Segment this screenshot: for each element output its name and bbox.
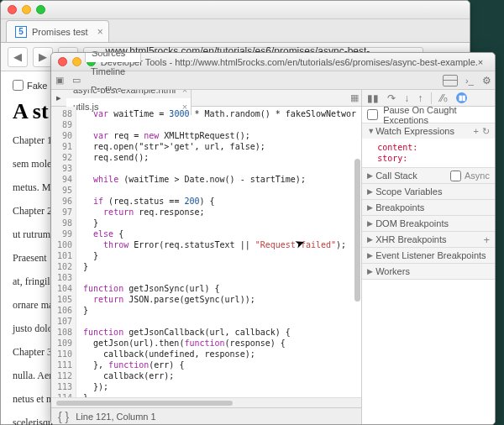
breakpoints-section: ▶Breakpoints: [362, 200, 495, 216]
chevron-right-icon: ▶: [367, 251, 375, 260]
zoom-window-icon[interactable]: [36, 5, 45, 14]
section-label: Scope Variables: [375, 186, 442, 197]
horizontal-scrollbar[interactable]: [51, 397, 361, 407]
pause-caught-row[interactable]: Pause On Caught Exceptions: [362, 107, 495, 123]
section-label: Workers: [375, 266, 410, 276]
devtools-window: Developer Tools - http://www.html5rocks.…: [50, 52, 496, 425]
event-bp-section: ▶Event Listener Breakpoints: [362, 248, 495, 264]
scope-header[interactable]: ▶Scope Variables: [362, 184, 495, 199]
chevron-right-icon: ▶: [367, 267, 375, 275]
file-tabstrip: ▸ async-best-example.html×utils.js× ▦: [51, 90, 361, 107]
cursor-position: Line 121, Column 1: [76, 412, 155, 422]
debugger-sidebar: ▮▮ ↷ ↓ ↑ ⁄⁄₀ ▮▮ Pause On Caught Exceptio…: [362, 90, 495, 424]
back-button[interactable]: ◀: [8, 47, 28, 67]
close-icon[interactable]: ×: [182, 90, 187, 95]
workers-section: ▶Workers: [362, 264, 495, 280]
section-label: Event Listener Breakpoints: [375, 250, 486, 260]
section-label: XHR Breakpoints: [375, 234, 446, 244]
add-icon[interactable]: +: [474, 126, 479, 137]
watch-expression[interactable]: content:: [377, 142, 490, 153]
settings-icon[interactable]: ⚙: [478, 75, 495, 87]
chevron-right-icon: ▶: [367, 235, 375, 244]
chevron-right-icon: ▶: [367, 187, 375, 196]
watch-actions: +↻: [474, 126, 490, 137]
forward-icon: ▶: [39, 50, 47, 63]
pause-caught-checkbox[interactable]: [367, 109, 378, 120]
deactivate-bp-icon[interactable]: ⁄⁄₀: [440, 92, 448, 104]
browser-tab[interactable]: 5 Promises test ×: [6, 20, 109, 42]
section-label: Breakpoints: [375, 202, 424, 212]
chevron-right-icon: ▶: [367, 203, 375, 212]
sidebar-toggle-icon[interactable]: ▦: [348, 92, 361, 103]
breakpoints-header[interactable]: ▶Breakpoints: [362, 200, 495, 215]
browser-titlebar: [1, 1, 470, 19]
step-into-icon[interactable]: ↓: [404, 92, 409, 104]
async-toggle[interactable]: Async: [450, 171, 490, 181]
browser-tabstrip: 5 Promises test ×: [1, 19, 470, 43]
event-bp-header[interactable]: ▶Event Listener Breakpoints: [362, 248, 495, 263]
line-gutter: 88 89 90 91 92 93 94 95 96 97 98 99 100 …: [51, 107, 76, 397]
panel-tab-sources[interactable]: Sources: [85, 52, 141, 62]
code-text: var waitTime = 3000 * Math.random() * fa…: [76, 107, 361, 397]
chevron-down-icon: ▼: [367, 127, 375, 135]
device-icon[interactable]: ▭: [68, 75, 85, 86]
section-label: DOM Breakpoints: [375, 218, 449, 228]
async-checkbox[interactable]: [450, 171, 461, 181]
dom-bp-header[interactable]: ▶DOM Breakpoints: [362, 216, 495, 231]
code-editor[interactable]: 88 89 90 91 92 93 94 95 96 97 98 99 100 …: [51, 107, 361, 397]
close-window-icon[interactable]: [58, 57, 67, 66]
workers-header[interactable]: ▶Workers: [362, 264, 495, 279]
scope-section: ▶Scope Variables: [362, 184, 495, 200]
vertical-scrollbar[interactable]: [354, 108, 360, 397]
add-icon[interactable]: +: [483, 233, 490, 246]
fake-checkbox-input[interactable]: [13, 80, 24, 91]
minimize-window-icon[interactable]: [72, 57, 81, 66]
drawer-icon[interactable]: [443, 75, 458, 87]
async-label: Async: [465, 171, 490, 181]
section-label: Watch Expressions: [375, 126, 454, 136]
status-bar: { } Line 121, Column 1: [51, 407, 361, 424]
chevron-right-icon: ▶: [367, 171, 375, 180]
tab-title: Promises test: [32, 27, 88, 37]
devtools-panel-tabs: ▣ ▭ ElementsNetworkSourcesTimelineProfil…: [51, 71, 495, 90]
dom-bp-section: ▶DOM Breakpoints: [362, 216, 495, 232]
pause-exceptions-icon[interactable]: ▮▮: [456, 92, 467, 103]
window-controls: [8, 5, 45, 14]
xhr-bp-section: ▶XHR Breakpoints+: [362, 232, 495, 248]
pause-caught-label: Pause On Caught Exceptions: [383, 105, 490, 125]
step-out-icon[interactable]: ↑: [417, 92, 423, 104]
watch-expression[interactable]: story:: [377, 153, 490, 164]
section-label: Call Stack: [375, 171, 417, 181]
close-window-icon[interactable]: [8, 5, 17, 14]
console-toggle-icon[interactable]: ›_: [461, 76, 478, 86]
pause-icon[interactable]: ▮▮: [367, 92, 379, 104]
chevron-right-icon: ▶: [367, 219, 375, 228]
refresh-icon[interactable]: ↻: [482, 126, 490, 137]
sources-panel: ▸ async-best-example.html×utils.js× ▦ 88…: [51, 90, 362, 424]
braces-icon[interactable]: { }: [58, 410, 69, 423]
inspect-icon[interactable]: ▣: [51, 75, 68, 86]
devtools-title: Developer Tools - http://www.html5rocks.…: [96, 57, 488, 67]
close-tab-icon[interactable]: ×: [97, 26, 103, 38]
watch-section: ▼ Watch Expressions +↻ content: story:: [362, 123, 495, 168]
back-icon: ◀: [13, 50, 22, 63]
navigator-toggle-icon[interactable]: ▸: [51, 92, 66, 103]
file-tab[interactable]: async-best-example.html×: [66, 90, 192, 98]
watch-body: content: story:: [362, 139, 495, 167]
minimize-window-icon[interactable]: [22, 5, 31, 14]
panel-tab-timeline[interactable]: Timeline: [85, 62, 141, 81]
xhr-bp-header[interactable]: ▶XHR Breakpoints+: [362, 232, 495, 247]
favicon-icon: 5: [15, 26, 27, 38]
watch-header[interactable]: ▼ Watch Expressions +↻: [362, 123, 495, 139]
callstack-header[interactable]: ▶ Call Stack Async: [362, 168, 495, 183]
step-over-icon[interactable]: ↷: [387, 92, 396, 104]
callstack-section: ▶ Call Stack Async: [362, 168, 495, 184]
